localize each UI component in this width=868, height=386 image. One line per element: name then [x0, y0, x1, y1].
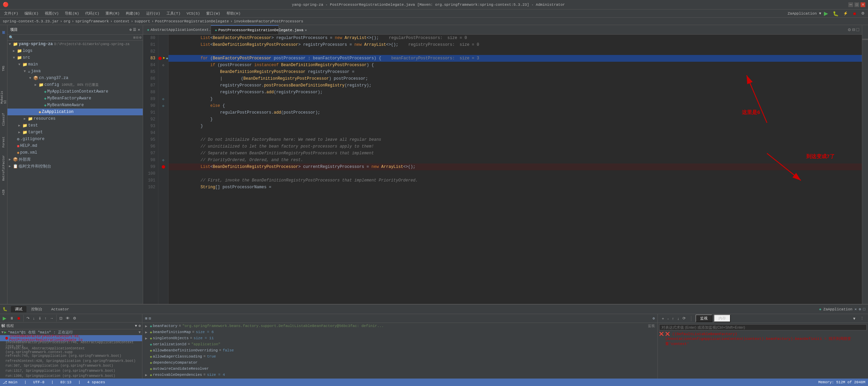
step-into-btn[interactable]: ↓ — [32, 315, 36, 321]
project-tool-btn[interactable]: 项目 — [0, 26, 7, 47]
watch-remove-btn[interactable]: - — [666, 315, 670, 321]
watch-down-btn[interactable]: ↓ — [676, 315, 681, 321]
tree-test[interactable]: ▶ 📁 test — [7, 122, 143, 129]
forest-tool-btn[interactable]: Forest — [0, 135, 7, 149]
stop-debug-btn[interactable]: ⏹ — [16, 315, 22, 321]
var-beanFactory[interactable]: ▶ ◈ beanFactory = "org.springframework.b… — [142, 323, 657, 329]
settings-icon[interactable]: ⚙ — [139, 35, 141, 40]
tree-root[interactable]: ▼ 📁 yang-spring-za D:\Projects\0-GitWork… — [7, 41, 143, 47]
stack-frame-6[interactable]: run:1317, SpringApplication (org.springf… — [0, 368, 142, 373]
menu-refactor[interactable]: 重构(R) — [103, 10, 122, 17]
collapse-icon[interactable]: ⊟ — [136, 35, 139, 40]
breadcrumb-org[interactable]: org — [64, 19, 71, 23]
menu-edit[interactable]: 编辑(E) — [22, 10, 41, 17]
resume-btn[interactable]: ▶ — [1, 315, 8, 322]
menu-tools[interactable]: 工具(T) — [164, 10, 183, 17]
stack-frame-4[interactable]: refreshContext:420, SpringApplication (o… — [0, 359, 142, 364]
tab-AbstractApplicationContext[interactable]: ◈ AbstractApplicationContext.java ✕ — [143, 25, 211, 35]
sidebar-layout-icon[interactable]: ☰ — [133, 27, 136, 32]
breadcrumb-springframework[interactable]: springframework — [75, 19, 109, 23]
sidebar-close-icon[interactable]: ✕ — [138, 27, 140, 32]
stack-frame-5[interactable]: run:307, SpringApplication (org.springfr… — [0, 364, 142, 369]
run-to-cursor-btn[interactable]: → — [48, 315, 55, 321]
tree-resources[interactable]: ▶ 📁 resources — [7, 115, 143, 122]
thread-settings-btn[interactable]: ⚙ — [138, 324, 141, 328]
aib-tool-btn[interactable]: AIB — [0, 187, 7, 197]
force-step-into-btn[interactable]: ⇓ — [37, 315, 43, 321]
tree-MyBeanNameAware[interactable]: ◈ MyBeanNameAware — [7, 102, 143, 109]
tree-target[interactable]: ▶ 📁 target — [7, 129, 143, 136]
debug-tab-actuator[interactable]: Actuator — [47, 307, 73, 312]
step-out-btn[interactable]: ↑ — [43, 315, 48, 321]
breadcrumb-class[interactable]: PostProcessorRegistrationDelegate — [155, 19, 229, 23]
settings-debug-btn[interactable]: ⚙ — [72, 315, 78, 321]
profile-button[interactable]: ⚡ — [841, 11, 850, 16]
vars-expand[interactable]: ⊞ — [145, 316, 147, 321]
editor-actions-icon[interactable]: ⚙ — [848, 27, 851, 33]
maximize-button[interactable]: □ — [854, 2, 859, 7]
menu-navigate[interactable]: 导航(N) — [62, 10, 82, 17]
var-singletonObjects[interactable]: ▶ ◈ singletonObjects = size = 11 — [142, 335, 657, 341]
debug-close-btn[interactable]: ✕ — [854, 307, 857, 311]
debug-tab-console[interactable]: 控制台 — [27, 306, 46, 312]
tree-external-libs[interactable]: ▶ 📦 外部库 — [7, 156, 143, 163]
debug-settings-btn[interactable]: ⚙ — [859, 307, 861, 311]
var-autowireCandidateResolver[interactable]: ◈ autowireCandidateResolver — [142, 366, 657, 372]
sidebar-gear-icon[interactable]: ⚙ — [130, 27, 132, 32]
expand-icon[interactable]: ⊞ — [133, 35, 136, 40]
breakpoint-83[interactable] — [158, 57, 162, 60]
tree-helpmd[interactable]: ◼ HELP.md — [7, 142, 143, 149]
stack-frame-3[interactable]: refresh:745, SpringApplication (org.spri… — [0, 353, 142, 359]
breakpoint-99[interactable] — [162, 165, 165, 169]
debug-button[interactable]: 🐛 — [831, 10, 841, 17]
tree-java[interactable]: ▼ ☕ java — [7, 68, 143, 75]
thread-dropdown[interactable]: ▼ — [138, 330, 141, 334]
stop-button[interactable]: ⏹ — [851, 11, 859, 16]
tree-logs[interactable]: ▶ 📁 logs — [7, 47, 143, 54]
settings-button[interactable]: ⚙ — [859, 11, 867, 16]
menu-build[interactable]: 构建(B) — [123, 10, 143, 17]
breadcrumb-method[interactable]: invokeBeanFactoryPostProcessors — [234, 19, 303, 23]
menu-vcs[interactable]: VCS(S) — [184, 11, 203, 16]
tms-tool-btn[interactable]: TMS — [0, 62, 7, 75]
breadcrumb-context[interactable]: context — [114, 19, 130, 23]
menu-help[interactable]: 帮助(H) — [224, 10, 243, 17]
run-button[interactable]: ▶ — [822, 9, 830, 17]
breadcrumb-jar[interactable]: spring-context-5.3.23.jar — [3, 19, 59, 23]
tree-package[interactable]: ▼ 📦 cn.yang37.za — [7, 75, 143, 81]
tree-gitignore[interactable]: ⚙ .gitignore — [7, 136, 143, 142]
threads-tab-label[interactable]: 线程 — [6, 323, 14, 328]
watch-tab-memory[interactable]: 内存 — [714, 314, 731, 322]
add-watch-btn[interactable]: 👁 — [64, 315, 71, 321]
menu-code[interactable]: 代码(C) — [82, 10, 102, 17]
tree-config[interactable]: ▶ 📁 config 100%充, 86% 行已覆盖 — [7, 81, 143, 88]
classif-tool-btn[interactable]: Classif — [0, 112, 7, 127]
tree-MyBeanFactoryAware[interactable]: ◈ MyBeanFactoryAware — [7, 95, 143, 102]
retrofitfactor-tool-btn[interactable]: RetrofitFactor — [0, 157, 7, 179]
tree-pomxml[interactable]: ✱ pom.xml — [7, 149, 143, 156]
tab-close-abstract[interactable]: ✕ — [221, 28, 223, 32]
stack-frame-2[interactable]: refresh:564, AbstractApplicationContext … — [0, 347, 142, 353]
var-resolvableDependencies[interactable]: ▶ ◈ resolvableDependencies = size = 4 — [142, 372, 657, 378]
editor-split-icon[interactable]: ⊟ — [852, 27, 855, 33]
stack-frame-7[interactable]: run:1306, SpringApplication (org.springf… — [0, 373, 142, 379]
watch-add-btn[interactable]: + — [660, 315, 665, 321]
tab-close-postprocessor[interactable]: ✕ — [305, 28, 307, 32]
breadcrumb-support[interactable]: support — [135, 19, 150, 23]
tree-src[interactable]: ▼ 📁 src — [7, 54, 143, 61]
thread-filter-btn[interactable]: ▼ — [135, 324, 137, 328]
menu-file[interactable]: 文件(F) — [1, 10, 21, 17]
watch-panel-settings[interactable]: ▼ — [851, 316, 857, 321]
pause-btn[interactable]: ⏸ — [8, 315, 15, 321]
menu-view[interactable]: 视图(V) — [42, 10, 62, 17]
mybatis-tool-btn[interactable]: Mybatis SI — [0, 87, 7, 104]
var-allowBeanDefinitionOverriding[interactable]: ◈ allowBeanDefinitionOverriding = false — [142, 347, 657, 353]
project-search-input[interactable] — [15, 36, 133, 40]
debug-tab-debug[interactable]: 调试 — [11, 306, 26, 312]
watch-refresh-btn[interactable]: ⟳ — [681, 315, 687, 321]
vars-settings[interactable]: ⚙ — [652, 316, 655, 321]
var-serializationId[interactable]: ◈ serializationId = "application" — [142, 341, 657, 347]
menu-window[interactable]: 窗口(W) — [203, 10, 223, 17]
editor-maximize-icon[interactable]: □ — [856, 27, 859, 33]
var-allowEagerClassLoading[interactable]: ◈ allowEagerClassLoading = true — [142, 353, 657, 360]
